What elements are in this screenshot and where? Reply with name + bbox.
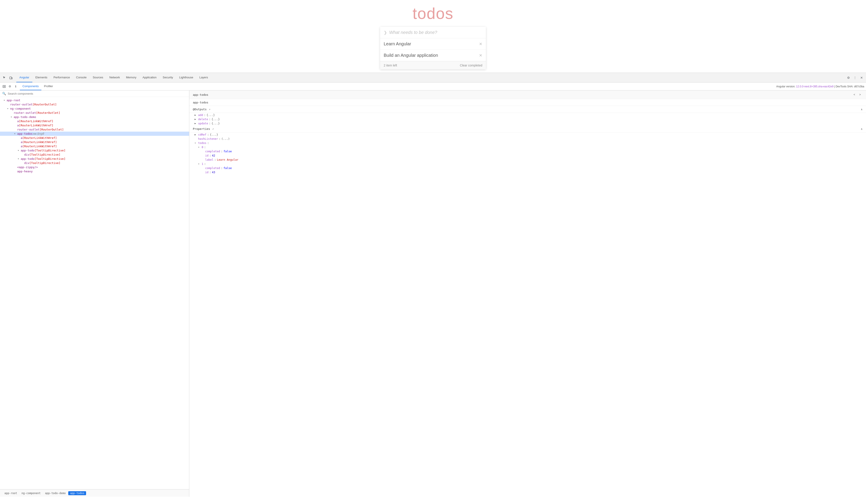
output-update-toggle[interactable]: ▶ (195, 122, 198, 125)
properties-section-title: Properties ↗ (193, 127, 214, 131)
prop-cdref-toggle[interactable]: ▶ (195, 133, 198, 136)
tab-network[interactable]: Network (106, 73, 123, 82)
settings-secondary-icon[interactable]: ⚙ (8, 84, 12, 89)
tab-components[interactable]: Components (20, 82, 41, 90)
tree-item-div-tooltip-2[interactable]: div[TooltipDirective] (0, 161, 189, 165)
breadcrumb-app-todos[interactable]: app-todos (68, 491, 86, 495)
tab-security[interactable]: Security (159, 73, 176, 82)
todo-item-close-2[interactable]: ✕ (479, 53, 482, 58)
tree-item-a-routerlink-1[interactable]: a[RouterLinkWithHref] (0, 119, 189, 123)
tree-item-router-outlet-1[interactable]: router-outlet[RouterOutlet] (0, 102, 189, 107)
tab-layers[interactable]: Layers (196, 73, 211, 82)
output-delete-row[interactable]: ▶ delete : {...} (189, 117, 866, 121)
app-title: todos (412, 4, 454, 22)
clear-completed-button[interactable]: Clear completed (460, 64, 482, 67)
search-input[interactable] (8, 92, 187, 95)
tab-application[interactable]: Application (139, 73, 159, 82)
tree-item-app-todo-demo[interactable]: ▾ app-todo-demo (0, 115, 189, 119)
tab-sources[interactable]: Sources (90, 73, 106, 82)
tab-lighthouse[interactable]: Lighthouse (176, 73, 196, 82)
outputs-external-link-icon[interactable]: ↗ (209, 108, 210, 111)
panel-prev-button[interactable]: < (852, 92, 857, 97)
prop-todos-row[interactable]: ▾ todos : (189, 141, 866, 145)
todo-item-count: 2 item left (384, 64, 397, 67)
screenshot-icon[interactable] (2, 84, 7, 89)
prop-cdref-row[interactable]: ▶ cdRef : {...} (189, 133, 866, 137)
outputs-section-header[interactable]: @Outputs ↗ ∧ (189, 106, 866, 113)
tree-item-app-heavy[interactable]: app-heavy (0, 169, 189, 173)
info-icon[interactable]: ℹ (13, 84, 18, 89)
tree-item-a-routerlink-5[interactable]: a[RouterLinkWithHref] (0, 144, 189, 148)
output-delete-toggle[interactable]: ▶ (195, 118, 198, 120)
tree-item-div-tooltip-1[interactable]: div[TooltipDirective] (0, 153, 189, 157)
prop-todos-1-toggle[interactable]: ▾ (198, 163, 202, 165)
devtools-tab-bar: Angular Elements Performance Console Sou… (16, 73, 846, 82)
outputs-section-title: @Outputs ↗ (193, 108, 210, 111)
tree-item-app-todos[interactable]: ▾ app-todos == $ng0 (0, 132, 189, 136)
todo-item-1[interactable]: Learn Angular ✕ (380, 38, 486, 50)
tab-angular[interactable]: Angular (16, 73, 32, 82)
todo-item-2[interactable]: Build an Angular application ✕ (380, 50, 486, 61)
tab-memory[interactable]: Memory (123, 73, 140, 82)
todo-item-text-2: Build an Angular application (384, 53, 479, 58)
tree-item-app-todo-1[interactable]: ▾ app-todo[TooltipDirective] (0, 148, 189, 153)
svg-rect-2 (3, 86, 5, 88)
tree-item-router-outlet-2[interactable]: router-outlet[RouterOutlet] (0, 111, 189, 115)
device-toggle-icon[interactable] (8, 75, 14, 80)
breadcrumb-bar: app-root ng-component app-todo-demo app-… (0, 489, 189, 497)
prop-todos-0-row[interactable]: ▾ 0 : (189, 145, 866, 149)
tree-item-a-routerlink-3[interactable]: a[RouterLinkWithHref] (0, 136, 189, 140)
right-panel-subtitle: app-todos (189, 99, 866, 106)
tab-elements[interactable]: Elements (32, 73, 51, 82)
inspect-element-icon[interactable] (2, 75, 7, 80)
properties-collapse-icon[interactable]: ∧ (861, 127, 863, 131)
tree-item-app-zippy[interactable]: <app-zippy/> (0, 165, 189, 169)
properties-external-link-icon[interactable]: ↗ (212, 127, 214, 130)
tree-item-a-routerlink-4[interactable]: a[RouterLinkWithHref] (0, 140, 189, 144)
todo-item-close-1[interactable]: ✕ (479, 42, 482, 46)
breadcrumb-app-root[interactable]: app-root (3, 491, 19, 495)
output-add-toggle[interactable]: ▶ (195, 114, 198, 116)
output-update-row[interactable]: ▶ update : {...} (189, 121, 866, 125)
panel-next-button[interactable]: > (858, 92, 863, 97)
tree-item-a-routerlink-2[interactable]: a[RouterLinkWithHref] (0, 123, 189, 127)
prop-hashlistener-row[interactable]: hashListener : (...) (189, 137, 866, 141)
prop-id-1-row: id : 43 (189, 170, 866, 174)
tab-performance[interactable]: Performance (51, 73, 73, 82)
close-devtools-icon[interactable]: ✕ (859, 75, 864, 80)
output-add-row[interactable]: ▶ add : {...} (189, 113, 866, 117)
todo-input-row[interactable]: ❯ What needs to be done? (380, 27, 486, 38)
outputs-collapse-icon[interactable]: ∧ (861, 108, 863, 111)
devtools-secondary-toolbar: ⚙ ℹ Components Profiler Angular version:… (0, 82, 866, 90)
svg-rect-1 (11, 77, 12, 79)
tree-item-app-todo-2[interactable]: ▾ app-todo[TooltipDirective] (0, 157, 189, 161)
prop-todos-0-toggle[interactable]: ▾ (198, 146, 202, 148)
settings-icon[interactable]: ⚙ (846, 75, 851, 80)
tree-item-ng-component[interactable]: ▾ ng-component (0, 107, 189, 111)
right-panel-subtitle-text: app-todos (193, 101, 208, 104)
tree-item-app-root[interactable]: ▾ app-root (0, 98, 189, 102)
breadcrumb-ng-component[interactable]: ng-component (20, 491, 43, 495)
prop-id-0-row: id : 42 (189, 154, 866, 158)
more-options-icon[interactable]: ⋮ (852, 75, 858, 80)
angular-version-link[interactable]: 12.0.0-next.8+395.sha-eac42e9 (796, 85, 833, 88)
tab-profiler[interactable]: Profiler (41, 82, 56, 90)
toolbar-right-icons: ⚙ ⋮ ✕ (846, 75, 864, 80)
search-bar[interactable]: 🔍 (0, 90, 189, 97)
tab-console[interactable]: Console (73, 73, 90, 82)
prop-todos-toggle[interactable]: ▾ (195, 142, 198, 144)
tree-item-router-outlet-3[interactable]: router-outlet[RouterOutlet] (0, 127, 189, 132)
toolbar-left-icons (2, 75, 14, 80)
devtools-body: 🔍 ▾ app-root router-outlet[RouterOutlet]… (0, 90, 866, 497)
svg-point-3 (4, 86, 4, 87)
panel-navigation: < > (852, 92, 863, 97)
todo-app: ❯ What needs to be done? Learn Angular ✕… (380, 27, 486, 69)
devtools-panel: Angular Elements Performance Console Sou… (0, 72, 866, 497)
todo-item-text-1: Learn Angular (384, 41, 479, 46)
chevron-down-icon: ❯ (384, 30, 387, 35)
properties-section-header[interactable]: Properties ↗ ∧ (189, 125, 866, 133)
breadcrumb-app-todo-demo[interactable]: app-todo-demo (43, 491, 68, 495)
prop-todos-1-row[interactable]: ▾ 1 : (189, 162, 866, 166)
toggle-app-root[interactable]: ▾ (3, 99, 7, 102)
right-panel-body: @Outputs ↗ ∧ ▶ add : {...} ▶ delete : (189, 106, 866, 497)
